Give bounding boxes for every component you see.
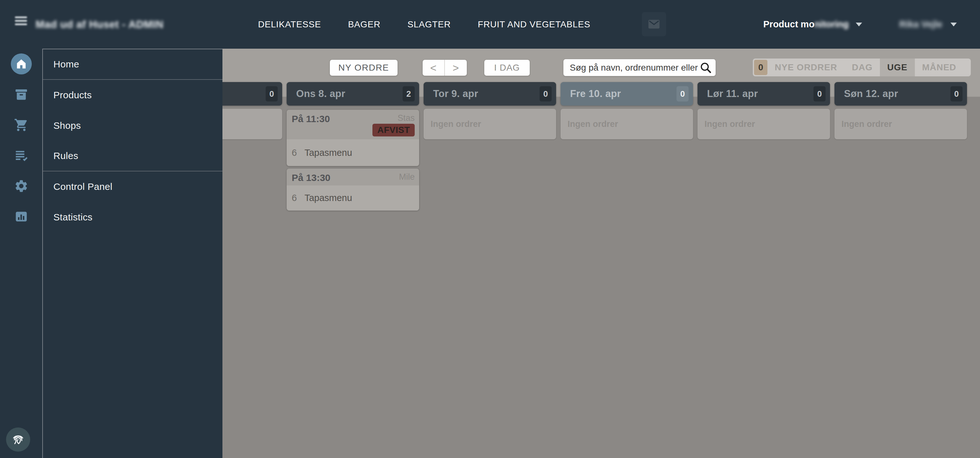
sidebar-icon-rail xyxy=(0,49,42,458)
gear-icon xyxy=(14,179,29,193)
sidebar-item-label: Rules xyxy=(53,150,78,161)
new-order-button[interactable]: NY ORDRE xyxy=(330,60,398,76)
day-order-count-badge: 0 xyxy=(266,86,278,101)
statistics-chart-icon xyxy=(14,209,29,224)
search-icon[interactable] xyxy=(699,61,713,74)
search-input[interactable] xyxy=(569,62,699,73)
sidebar-item-label: Shops xyxy=(53,120,81,131)
caret-down-icon xyxy=(856,22,862,26)
order-card[interactable]: På 11:30StasAFVIST6Tapasmenu xyxy=(286,110,419,166)
today-button[interactable]: I DAG xyxy=(484,60,530,76)
rail-products-box-button[interactable] xyxy=(0,79,42,110)
no-orders-card: Ingen ordrer xyxy=(423,109,556,139)
order-line-product: Tapasmenu xyxy=(304,148,352,158)
no-orders-label: Ingen ordrer xyxy=(431,119,481,129)
view-option-dag[interactable]: DAG xyxy=(845,59,880,76)
sidebar-item-rules[interactable]: Rules xyxy=(43,141,223,171)
day-order-count-badge: 0 xyxy=(676,86,689,101)
view-option-uge[interactable]: UGE xyxy=(880,59,915,76)
sidebar-item-statistics[interactable]: Statistics xyxy=(43,202,223,233)
rail-shopping-cart-button[interactable] xyxy=(0,110,42,140)
tab-slagter[interactable]: SLAGTER xyxy=(407,19,450,30)
sidebar-item-label: Products xyxy=(53,90,92,101)
user-menu[interactable]: Rika Vejle xyxy=(899,0,957,49)
day-column-header[interactable]: Fre 10. apr0 xyxy=(560,82,693,105)
rail-gear-button[interactable] xyxy=(0,171,42,201)
order-line-qty: 6 xyxy=(292,193,297,203)
day-column-header[interactable]: Ons 8. apr2 xyxy=(286,82,419,105)
rail-statistics-chart-button[interactable] xyxy=(0,201,42,232)
order-line: 6Tapasmenu xyxy=(286,185,419,211)
products-box-icon xyxy=(14,87,29,102)
mail-button[interactable] xyxy=(642,12,666,36)
menu-icon[interactable] xyxy=(15,16,27,27)
day-order-count-badge: 0 xyxy=(813,86,826,101)
rail-home-button[interactable] xyxy=(0,49,42,79)
order-line-product: Tapasmenu xyxy=(304,193,352,203)
rules-checklist-icon xyxy=(14,148,29,163)
no-orders-label: Ingen ordrer xyxy=(568,119,618,129)
sidebar-item-control-panel[interactable]: Control Panel xyxy=(43,171,223,202)
app-title: Mad ud af Huset - ADMIN xyxy=(36,0,164,49)
order-card-header: På 11:30StasAFVIST xyxy=(286,110,419,139)
new-orders-filter[interactable]: NYE ORDRER xyxy=(767,59,845,76)
sidebar-item-shops[interactable]: Shops xyxy=(43,110,223,141)
product-monitoring-label: Product monitoring xyxy=(763,19,849,30)
day-column-header[interactable]: Tor 9. apr0 xyxy=(423,82,556,105)
user-name: Rika Vejle xyxy=(899,19,942,30)
sidebar-drawer: HomeProductsShopsRulesControl PanelStati… xyxy=(42,49,223,458)
no-orders-label: Ingen ordrer xyxy=(842,119,892,129)
sidebar-item-products[interactable]: Products xyxy=(43,80,223,110)
day-order-count-badge: 2 xyxy=(402,86,415,101)
fingerprint-icon xyxy=(11,432,25,447)
view-switcher: 0 NYE ORDRER DAGUGEMÅNED xyxy=(753,59,971,76)
tab-fruit-and-vegetables[interactable]: FRUIT AND VEGETABLES xyxy=(477,19,590,30)
fingerprint-button[interactable] xyxy=(6,428,30,452)
sidebar-item-label: Home xyxy=(53,59,79,70)
next-week-button[interactable]: > xyxy=(445,60,467,76)
caret-down-icon xyxy=(950,22,957,26)
order-card[interactable]: På 13:30Mile6Tapasmenu xyxy=(286,169,419,211)
tab-bager[interactable]: BAGER xyxy=(348,19,380,30)
rail-rules-checklist-button[interactable] xyxy=(0,140,42,171)
day-label: Lør 11. apr xyxy=(707,82,758,105)
order-line-qty: 6 xyxy=(292,148,297,158)
sidebar-item-label: Control Panel xyxy=(53,181,113,192)
home-icon xyxy=(15,58,27,70)
mail-icon xyxy=(647,17,661,31)
order-line: 6Tapasmenu xyxy=(286,139,419,166)
day-label: Fre 10. apr xyxy=(570,82,621,105)
day-column-header[interactable]: Lør 11. apr0 xyxy=(697,82,830,105)
order-status-badge: AFVIST xyxy=(372,124,415,136)
top-bar: Mad ud af Huset - ADMIN DELIKATESSEBAGER… xyxy=(0,0,980,49)
search-box xyxy=(563,59,716,76)
day-label: Søn 12. apr xyxy=(844,82,898,105)
no-orders-card: Ingen ordrer xyxy=(560,109,693,139)
day-label: Tor 9. apr xyxy=(433,82,478,105)
view-option-måned[interactable]: MÅNED xyxy=(915,59,964,76)
sidebar-item-home[interactable]: Home xyxy=(43,49,223,80)
week-pager: < > xyxy=(423,60,467,76)
order-time: På 13:30 xyxy=(292,172,331,183)
active-indicator xyxy=(11,53,32,74)
order-customer: Stas xyxy=(398,113,415,123)
no-orders-card: Ingen ordrer xyxy=(697,109,830,139)
day-order-count-badge: 0 xyxy=(950,86,963,101)
day-label: Ons 8. apr xyxy=(296,82,345,105)
sidebar-item-label: Statistics xyxy=(53,212,92,223)
order-time: På 11:30 xyxy=(292,113,330,124)
no-orders-card: Ingen ordrer xyxy=(834,109,967,139)
top-nav: DELIKATESSEBAGERSLAGTERFRUIT AND VEGETAB… xyxy=(258,0,590,49)
order-customer: Mile xyxy=(399,172,415,182)
app-window: Mad ud af Huset - ADMIN DELIKATESSEBAGER… xyxy=(0,0,980,458)
product-monitoring-dropdown[interactable]: Product monitoring xyxy=(763,0,862,49)
new-orders-count-badge: 0 xyxy=(754,60,767,75)
order-card-header: På 13:30Mile xyxy=(286,169,419,185)
no-orders-label: Ingen ordrer xyxy=(705,119,755,129)
shopping-cart-icon xyxy=(14,118,29,132)
day-order-count-badge: 0 xyxy=(539,86,552,101)
prev-week-button[interactable]: < xyxy=(423,60,445,76)
tab-delikatesse[interactable]: DELIKATESSE xyxy=(258,19,321,30)
day-column-header[interactable]: Søn 12. apr0 xyxy=(834,82,967,105)
